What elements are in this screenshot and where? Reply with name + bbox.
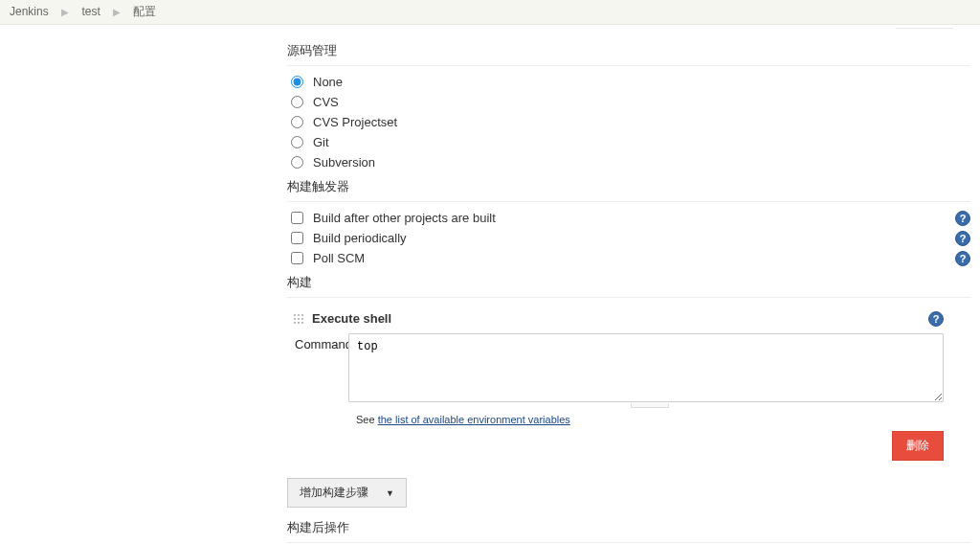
command-textarea[interactable] (348, 333, 944, 402)
scm-option-cvs-projectset[interactable]: CVS Projectset (287, 112, 970, 132)
help-icon[interactable]: ? (928, 311, 944, 327)
add-build-step-button[interactable]: 增加构建步骤 ▼ (287, 478, 407, 508)
scm-label: Git (313, 135, 329, 149)
radio-cvs[interactable] (291, 96, 303, 108)
section-postbuild-title: 构建后操作 (287, 513, 970, 542)
checkbox-build-periodically[interactable] (291, 232, 303, 244)
help-icon[interactable]: ? (955, 251, 970, 266)
trigger-label: Build periodically (313, 231, 407, 245)
divider (287, 65, 970, 66)
env-vars-link[interactable]: the list of available environment variab… (378, 414, 570, 425)
help-icon[interactable]: ? (955, 211, 970, 226)
chevron-right-icon: ▶ (113, 7, 121, 17)
build-step-title: Execute shell (312, 311, 391, 326)
radio-cvs-projectset[interactable] (291, 116, 303, 128)
add-build-step-label: 增加构建步骤 (300, 485, 368, 501)
trigger-build-periodically[interactable]: Build periodically ? (287, 228, 970, 248)
checkbox-poll-scm[interactable] (291, 252, 303, 264)
command-label: Command (295, 333, 348, 351)
scm-option-git[interactable]: Git (287, 132, 970, 152)
drag-handle-icon[interactable] (293, 313, 304, 325)
trigger-build-after[interactable]: Build after other projects are built ? (287, 208, 970, 228)
radio-git[interactable] (291, 136, 303, 148)
trigger-label: Build after other projects are built (313, 211, 496, 225)
section-scm-title: 源码管理 (287, 36, 970, 65)
radio-subversion[interactable] (291, 156, 303, 169)
build-step-execute-shell: Execute shell ? Command See the list of … (287, 307, 970, 466)
checkbox-build-after[interactable] (291, 212, 303, 224)
caret-down-icon: ▼ (386, 488, 394, 498)
scm-label: CVS (313, 95, 339, 109)
delete-step-button[interactable]: 删除 (892, 431, 944, 461)
scm-label: CVS Projectset (313, 115, 397, 129)
scm-option-cvs[interactable]: CVS (287, 92, 970, 112)
scm-option-none[interactable]: None (287, 72, 970, 92)
scm-label: Subversion (313, 155, 375, 170)
radio-none[interactable] (291, 76, 303, 88)
section-triggers-title: 构建触发器 (287, 172, 970, 201)
divider (287, 542, 970, 543)
build-step-header: Execute shell ? (287, 307, 970, 329)
divider (287, 297, 970, 298)
scm-option-subversion[interactable]: Subversion (287, 152, 970, 172)
breadcrumb-config[interactable]: 配置 (133, 5, 156, 18)
divider (287, 201, 970, 202)
breadcrumb-jenkins[interactable]: Jenkins (10, 5, 49, 18)
env-vars-hint: See the list of available environment va… (356, 408, 970, 425)
partial-button-edge (896, 19, 953, 29)
trigger-poll-scm[interactable]: Poll SCM ? (287, 248, 970, 268)
breadcrumb: Jenkins ▶ test ▶ 配置 (0, 0, 980, 25)
scm-label: None (313, 75, 343, 89)
chevron-right-icon: ▶ (61, 7, 69, 17)
help-icon[interactable]: ? (955, 231, 970, 246)
trigger-label: Poll SCM (313, 251, 365, 265)
see-prefix: See (356, 414, 378, 425)
section-build-title: 构建 (287, 268, 970, 297)
breadcrumb-test[interactable]: test (81, 5, 100, 18)
